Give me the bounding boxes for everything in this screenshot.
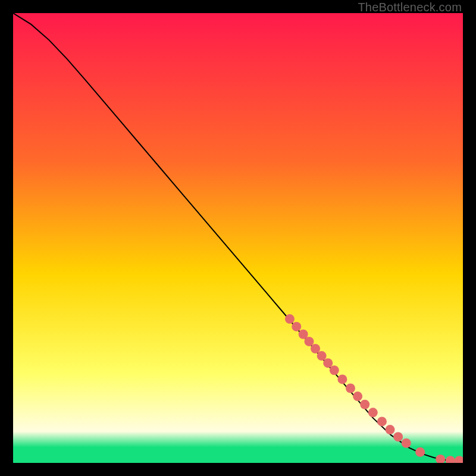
data-point [292,322,301,331]
data-point [415,447,425,457]
gradient-background [13,13,463,463]
data-point [386,425,395,434]
data-point [304,337,314,346]
chart-frame: TheBottleneck.com [0,0,476,476]
data-point [285,314,295,324]
data-point [330,365,339,375]
data-point [311,344,320,353]
data-point [368,408,378,417]
data-point [323,358,333,368]
data-point [360,400,369,409]
data-point [402,439,411,448]
data-point [317,351,327,361]
data-point [393,432,403,441]
bottleneck-chart [13,13,463,463]
data-point [346,384,355,393]
data-point [353,392,362,401]
data-point [337,374,347,384]
data-point [377,416,387,426]
watermark-text: TheBottleneck.com [358,1,462,14]
